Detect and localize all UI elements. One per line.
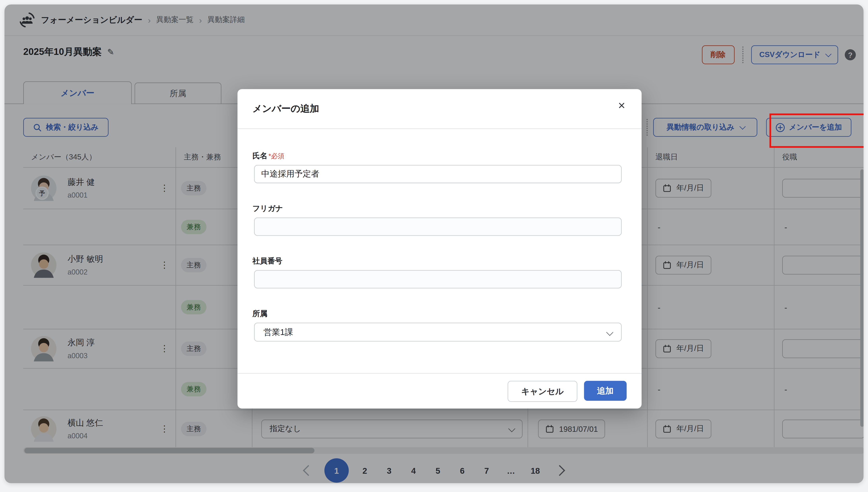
cancel-button[interactable]: キャンセル (507, 381, 577, 402)
name-field-label: 氏名*必須 (252, 151, 284, 161)
required-mark: *必須 (268, 152, 284, 160)
add-submit-button[interactable]: 追加 (584, 381, 627, 401)
divider (238, 373, 642, 374)
dept-field-select[interactable]: 営業1課 (254, 323, 622, 342)
screen: フォーメーションビルダー › 異動案一覧 › 異動案詳細 2025年10月異動案… (0, 0, 868, 492)
add-member-modal: メンバーの追加 × 氏名*必須 フリガナ 社員番号 所属 営業1課 キャンセル … (238, 89, 642, 409)
name-label-text: 氏名 (252, 152, 267, 160)
close-icon[interactable]: × (614, 98, 629, 114)
app-window: フォーメーションビルダー › 異動案一覧 › 異動案詳細 2025年10月異動案… (4, 4, 863, 483)
divider (238, 128, 642, 129)
dept-field-value: 営業1課 (264, 327, 293, 337)
dept-field-label: 所属 (252, 309, 267, 319)
modal-footer-actions: キャンセル 追加 (507, 381, 627, 402)
emp-no-field[interactable] (254, 270, 622, 289)
name-field[interactable] (254, 165, 622, 183)
modal-title: メンバーの追加 (252, 102, 319, 115)
kana-field-label: フリガナ (252, 204, 283, 214)
kana-field[interactable] (254, 218, 622, 236)
emp-no-field-label: 社員番号 (252, 256, 282, 266)
chevron-down-icon (606, 328, 613, 336)
